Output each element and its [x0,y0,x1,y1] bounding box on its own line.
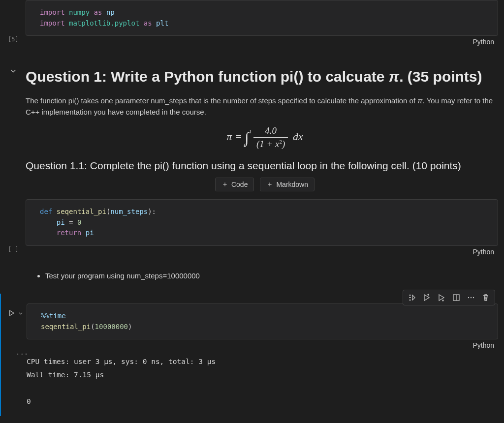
svg-point-1 [468,297,469,298]
svg-point-2 [471,297,472,298]
chevron-down-icon[interactable] [10,67,17,76]
add-code-cell-button[interactable]: ＋Code [215,178,254,191]
math-formula: π = ∫ 0 1 4.0 (1 + x2) dx [26,125,504,150]
run-by-line-icon[interactable] [407,293,417,302]
output-collapse-icon[interactable]: ··· [8,350,28,358]
plus-icon: ＋ [266,180,273,189]
plus-icon: ＋ [221,180,228,189]
run-cell-icon[interactable] [8,309,15,318]
execute-above-icon[interactable] [422,293,432,302]
delete-cell-icon[interactable] [481,293,491,302]
markdown-cell-1[interactable]: Question 1: Write a Python function pi()… [0,47,504,198]
code-cell-2: def seqential_pi(num_steps): pi = 0 retu… [0,199,504,256]
more-actions-icon[interactable] [466,293,476,302]
code-cell-3-active: %%time seqential_pi(10000000) Python ···… [0,294,504,416]
svg-point-3 [473,297,474,298]
markdown-cell-2[interactable]: Test your program using num_steps=100000… [0,257,504,293]
split-cell-icon[interactable] [451,293,461,302]
code-editor[interactable]: import numpy as np import matplotlib.pyp… [26,0,498,36]
code-cell-1: import numpy as np import matplotlib.pyp… [0,0,504,46]
language-indicator[interactable]: Python [27,339,498,349]
execution-count: [ ] [0,246,26,253]
paragraph: The function pi() takes one parameter nu… [26,95,504,118]
language-indicator[interactable]: Python [26,36,498,46]
cell-output: CPU times: user 3 µs, sys: 0 ns, total: … [27,349,498,413]
code-editor[interactable]: %%time seqential_pi(10000000) [27,303,498,339]
execute-below-icon[interactable] [437,293,446,302]
list-item: Test your program using num_steps=100000… [45,272,504,280]
chevron-down-icon[interactable] [18,311,23,317]
heading-1: Question 1: Write a Python function pi()… [26,67,504,86]
language-indicator[interactable]: Python [26,246,498,256]
insert-cell-toolbar: ＋Code ＋Markdown [26,178,504,191]
code-editor[interactable]: def seqential_pi(num_steps): pi = 0 retu… [26,199,498,246]
cell-toolbar [403,290,495,305]
add-markdown-cell-button[interactable]: ＋Markdown [260,178,315,191]
execution-count: [5] [0,36,26,43]
notebook: import numpy as np import matplotlib.pyp… [0,0,504,416]
heading-2: Question 1.1: Complete the pi() function… [26,159,504,173]
